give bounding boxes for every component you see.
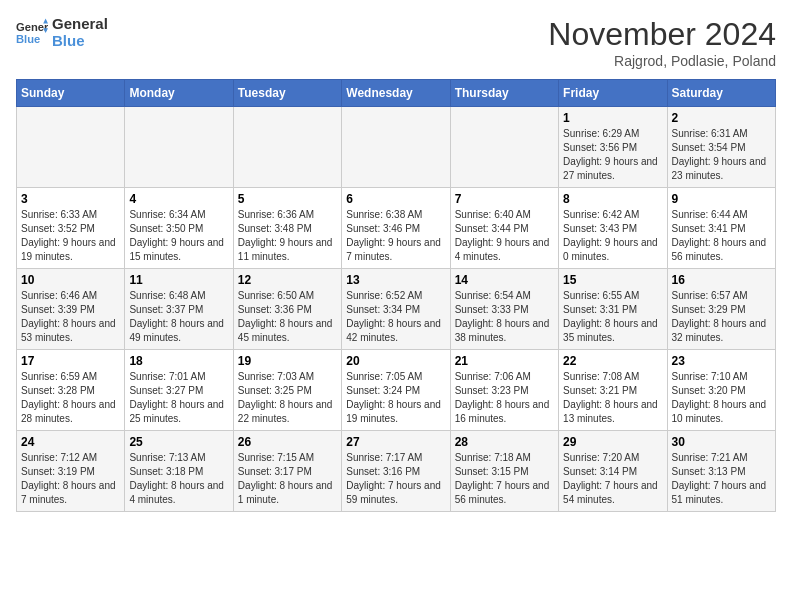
day-cell	[342, 107, 450, 188]
day-cell: 17Sunrise: 6:59 AMSunset: 3:28 PMDayligh…	[17, 350, 125, 431]
day-info: Sunrise: 6:54 AMSunset: 3:33 PMDaylight:…	[455, 289, 554, 345]
day-info: Sunrise: 7:15 AMSunset: 3:17 PMDaylight:…	[238, 451, 337, 507]
day-cell: 24Sunrise: 7:12 AMSunset: 3:19 PMDayligh…	[17, 431, 125, 512]
day-info: Sunrise: 6:44 AMSunset: 3:41 PMDaylight:…	[672, 208, 771, 264]
day-cell: 4Sunrise: 6:34 AMSunset: 3:50 PMDaylight…	[125, 188, 233, 269]
day-number: 15	[563, 273, 662, 287]
week-row: 10Sunrise: 6:46 AMSunset: 3:39 PMDayligh…	[17, 269, 776, 350]
weekday-header-monday: Monday	[125, 80, 233, 107]
day-cell: 3Sunrise: 6:33 AMSunset: 3:52 PMDaylight…	[17, 188, 125, 269]
day-cell	[233, 107, 341, 188]
day-cell: 15Sunrise: 6:55 AMSunset: 3:31 PMDayligh…	[559, 269, 667, 350]
logo: General Blue General Blue	[16, 16, 108, 49]
day-number: 1	[563, 111, 662, 125]
day-number: 9	[672, 192, 771, 206]
weekday-header-tuesday: Tuesday	[233, 80, 341, 107]
day-cell: 20Sunrise: 7:05 AMSunset: 3:24 PMDayligh…	[342, 350, 450, 431]
day-cell: 25Sunrise: 7:13 AMSunset: 3:18 PMDayligh…	[125, 431, 233, 512]
logo-general: General	[52, 16, 108, 33]
day-info: Sunrise: 6:40 AMSunset: 3:44 PMDaylight:…	[455, 208, 554, 264]
day-number: 11	[129, 273, 228, 287]
day-number: 29	[563, 435, 662, 449]
day-number: 23	[672, 354, 771, 368]
day-number: 13	[346, 273, 445, 287]
day-info: Sunrise: 7:17 AMSunset: 3:16 PMDaylight:…	[346, 451, 445, 507]
day-cell: 28Sunrise: 7:18 AMSunset: 3:15 PMDayligh…	[450, 431, 558, 512]
calendar-header: SundayMondayTuesdayWednesdayThursdayFrid…	[17, 80, 776, 107]
day-info: Sunrise: 7:18 AMSunset: 3:15 PMDaylight:…	[455, 451, 554, 507]
day-cell: 6Sunrise: 6:38 AMSunset: 3:46 PMDaylight…	[342, 188, 450, 269]
day-info: Sunrise: 6:52 AMSunset: 3:34 PMDaylight:…	[346, 289, 445, 345]
day-number: 30	[672, 435, 771, 449]
day-cell: 23Sunrise: 7:10 AMSunset: 3:20 PMDayligh…	[667, 350, 775, 431]
weekday-header-saturday: Saturday	[667, 80, 775, 107]
day-cell: 21Sunrise: 7:06 AMSunset: 3:23 PMDayligh…	[450, 350, 558, 431]
day-cell	[125, 107, 233, 188]
day-info: Sunrise: 7:21 AMSunset: 3:13 PMDaylight:…	[672, 451, 771, 507]
day-info: Sunrise: 6:46 AMSunset: 3:39 PMDaylight:…	[21, 289, 120, 345]
day-number: 6	[346, 192, 445, 206]
day-number: 27	[346, 435, 445, 449]
day-cell: 1Sunrise: 6:29 AMSunset: 3:56 PMDaylight…	[559, 107, 667, 188]
week-row: 3Sunrise: 6:33 AMSunset: 3:52 PMDaylight…	[17, 188, 776, 269]
day-info: Sunrise: 7:10 AMSunset: 3:20 PMDaylight:…	[672, 370, 771, 426]
day-info: Sunrise: 6:31 AMSunset: 3:54 PMDaylight:…	[672, 127, 771, 183]
day-info: Sunrise: 6:59 AMSunset: 3:28 PMDaylight:…	[21, 370, 120, 426]
day-info: Sunrise: 7:20 AMSunset: 3:14 PMDaylight:…	[563, 451, 662, 507]
day-number: 5	[238, 192, 337, 206]
logo-icon: General Blue	[16, 17, 48, 49]
weekday-header-thursday: Thursday	[450, 80, 558, 107]
weekday-row: SundayMondayTuesdayWednesdayThursdayFrid…	[17, 80, 776, 107]
day-number: 19	[238, 354, 337, 368]
day-number: 4	[129, 192, 228, 206]
day-number: 2	[672, 111, 771, 125]
day-cell: 26Sunrise: 7:15 AMSunset: 3:17 PMDayligh…	[233, 431, 341, 512]
weekday-header-friday: Friday	[559, 80, 667, 107]
day-cell: 10Sunrise: 6:46 AMSunset: 3:39 PMDayligh…	[17, 269, 125, 350]
day-info: Sunrise: 6:50 AMSunset: 3:36 PMDaylight:…	[238, 289, 337, 345]
day-number: 28	[455, 435, 554, 449]
calendar: SundayMondayTuesdayWednesdayThursdayFrid…	[16, 79, 776, 512]
day-cell: 11Sunrise: 6:48 AMSunset: 3:37 PMDayligh…	[125, 269, 233, 350]
day-number: 12	[238, 273, 337, 287]
day-cell	[450, 107, 558, 188]
day-cell: 13Sunrise: 6:52 AMSunset: 3:34 PMDayligh…	[342, 269, 450, 350]
day-info: Sunrise: 7:12 AMSunset: 3:19 PMDaylight:…	[21, 451, 120, 507]
day-number: 7	[455, 192, 554, 206]
day-info: Sunrise: 6:33 AMSunset: 3:52 PMDaylight:…	[21, 208, 120, 264]
day-info: Sunrise: 6:34 AMSunset: 3:50 PMDaylight:…	[129, 208, 228, 264]
day-info: Sunrise: 6:29 AMSunset: 3:56 PMDaylight:…	[563, 127, 662, 183]
day-info: Sunrise: 6:48 AMSunset: 3:37 PMDaylight:…	[129, 289, 228, 345]
day-cell: 30Sunrise: 7:21 AMSunset: 3:13 PMDayligh…	[667, 431, 775, 512]
day-info: Sunrise: 7:01 AMSunset: 3:27 PMDaylight:…	[129, 370, 228, 426]
day-cell: 22Sunrise: 7:08 AMSunset: 3:21 PMDayligh…	[559, 350, 667, 431]
day-info: Sunrise: 6:57 AMSunset: 3:29 PMDaylight:…	[672, 289, 771, 345]
day-number: 25	[129, 435, 228, 449]
header: General Blue General Blue November 2024 …	[16, 16, 776, 69]
day-cell: 2Sunrise: 6:31 AMSunset: 3:54 PMDaylight…	[667, 107, 775, 188]
weekday-header-wednesday: Wednesday	[342, 80, 450, 107]
week-row: 17Sunrise: 6:59 AMSunset: 3:28 PMDayligh…	[17, 350, 776, 431]
location-title: Rajgrod, Podlasie, Poland	[548, 53, 776, 69]
day-info: Sunrise: 7:05 AMSunset: 3:24 PMDaylight:…	[346, 370, 445, 426]
calendar-body: 1Sunrise: 6:29 AMSunset: 3:56 PMDaylight…	[17, 107, 776, 512]
svg-text:General: General	[16, 21, 48, 33]
day-number: 14	[455, 273, 554, 287]
weekday-header-sunday: Sunday	[17, 80, 125, 107]
day-info: Sunrise: 7:03 AMSunset: 3:25 PMDaylight:…	[238, 370, 337, 426]
day-number: 22	[563, 354, 662, 368]
day-cell: 7Sunrise: 6:40 AMSunset: 3:44 PMDaylight…	[450, 188, 558, 269]
day-number: 3	[21, 192, 120, 206]
month-title: November 2024	[548, 16, 776, 53]
day-info: Sunrise: 6:55 AMSunset: 3:31 PMDaylight:…	[563, 289, 662, 345]
week-row: 1Sunrise: 6:29 AMSunset: 3:56 PMDaylight…	[17, 107, 776, 188]
day-info: Sunrise: 6:36 AMSunset: 3:48 PMDaylight:…	[238, 208, 337, 264]
logo-blue: Blue	[52, 33, 108, 50]
day-cell: 16Sunrise: 6:57 AMSunset: 3:29 PMDayligh…	[667, 269, 775, 350]
day-number: 21	[455, 354, 554, 368]
day-cell: 8Sunrise: 6:42 AMSunset: 3:43 PMDaylight…	[559, 188, 667, 269]
day-cell: 9Sunrise: 6:44 AMSunset: 3:41 PMDaylight…	[667, 188, 775, 269]
day-number: 24	[21, 435, 120, 449]
day-number: 8	[563, 192, 662, 206]
day-info: Sunrise: 6:38 AMSunset: 3:46 PMDaylight:…	[346, 208, 445, 264]
